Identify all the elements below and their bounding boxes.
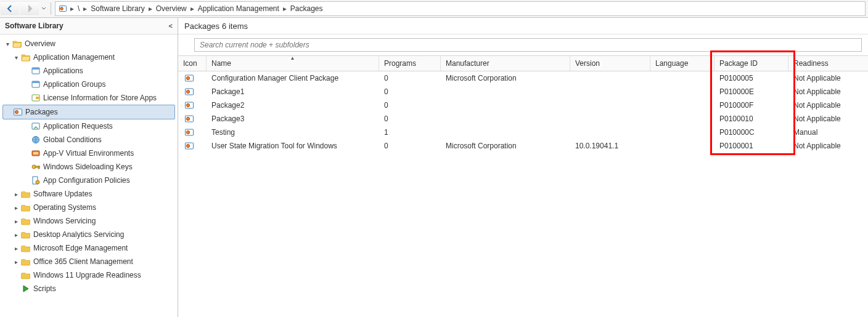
table-row[interactable]: Package20P010000FNot Applicable [178, 98, 868, 112]
tree-node[interactable]: ▾Application Management [0, 50, 178, 64]
column-header[interactable]: Manufacturer [441, 56, 570, 71]
breadcrumb-item[interactable]: \ [76, 4, 81, 13]
cell-package-id: P010000F [714, 101, 788, 110]
svg-point-20 [186, 76, 189, 79]
cell-name: Testing [207, 128, 379, 137]
tree-node[interactable]: ▸Operating Systems [0, 201, 178, 214]
chevron-right-icon: ▸ [68, 4, 76, 13]
tree-node[interactable]: ▸Windows Servicing [0, 214, 178, 228]
tree-twisty[interactable]: ▸ [12, 245, 20, 252]
tree-node[interactable]: License Information for Store Apps [0, 91, 178, 105]
cell-package-id: P010000E [714, 87, 788, 96]
tree-twisty[interactable]: ▸ [12, 204, 20, 211]
tree-node-label: App-V Virtual Environments [43, 149, 134, 158]
tree-node[interactable]: Windows Sideloading Keys [0, 160, 178, 174]
tree-node[interactable]: Applications [0, 64, 178, 78]
globe-icon [31, 135, 41, 145]
cell-readiness: Manual [788, 128, 868, 137]
breadcrumb-item[interactable]: Packages [289, 4, 324, 13]
column-header[interactable]: Programs [379, 56, 441, 71]
folder-open-icon [12, 39, 22, 49]
app-icon [31, 66, 41, 76]
content-item-count: 6 items [222, 22, 248, 31]
table-row[interactable]: Package30P0100010Not Applicable [178, 112, 868, 126]
tree-node[interactable]: ▾Overview [0, 37, 178, 50]
tree-twisty[interactable]: ▸ [12, 218, 20, 225]
tree-node[interactable]: Scripts [0, 282, 178, 295]
chevron-right-icon: ▸ [188, 4, 197, 13]
tree-node[interactable]: ▸Office 365 Client Management [0, 255, 178, 268]
nav-back-button[interactable] [1, 1, 19, 16]
tree-twisty[interactable]: ▸ [12, 259, 20, 265]
tree-node-label: License Information for Store Apps [43, 94, 157, 102]
cell-package-id: P010000C [714, 128, 788, 137]
grid-header: IconName▲ProgramsManufacturerVersionLang… [178, 55, 868, 71]
svg-point-24 [186, 103, 189, 106]
table-row[interactable]: Package10P010000ENot Applicable [178, 85, 868, 98]
tree-node-label: Global Conditions [43, 135, 102, 144]
cell-name: Package3 [207, 114, 379, 123]
nav-forward-button[interactable] [20, 1, 39, 16]
column-header[interactable]: Language [650, 56, 714, 71]
request-icon [31, 121, 41, 131]
tree-twisty[interactable]: ▸ [12, 191, 20, 198]
column-header[interactable]: Package ID [714, 56, 788, 71]
package-icon [13, 107, 23, 117]
tree-node[interactable]: Windows 11 Upgrade Readiness [0, 268, 178, 282]
tree-node[interactable]: App Configuration Policies [0, 174, 178, 187]
breadcrumb-item[interactable]: Application Management [197, 4, 280, 13]
table-row[interactable]: User State Migration Tool for Windows0Mi… [178, 139, 868, 153]
content-title-text: Packages [184, 22, 219, 31]
cell-programs: 0 [379, 74, 441, 82]
svg-point-1 [60, 7, 63, 10]
nav-history-dropdown[interactable] [39, 0, 48, 17]
tree-node[interactable]: ▸Software Updates [0, 187, 178, 201]
tree-node-label: Windows Sideloading Keys [43, 163, 133, 171]
cell-name: Package1 [207, 87, 379, 96]
tree-node-label: Office 365 Client Management [33, 257, 133, 266]
license-icon [31, 93, 41, 103]
tree-node[interactable]: Application Groups [0, 78, 178, 91]
breadcrumb[interactable]: ▸ \ ▸ Software Library ▸ Overview ▸ Appl… [55, 1, 866, 16]
column-header-label: Programs [384, 59, 416, 68]
column-header[interactable]: Version [570, 56, 650, 71]
column-header-label: Manufacturer [446, 59, 489, 68]
column-header-label: Package ID [719, 59, 758, 68]
toolbar-divider [51, 2, 51, 15]
tree-node[interactable]: Application Requests [0, 119, 178, 133]
tree-node[interactable]: ▸Microsoft Edge Management [0, 241, 178, 255]
policy-icon [31, 175, 41, 185]
tree-node[interactable]: App-V Virtual Environments [0, 146, 178, 160]
tree-node[interactable]: ▸Desktop Analytics Servicing [0, 228, 178, 241]
cell-readiness: Not Applicable [788, 142, 868, 150]
content-pane: Packages 6 items IconName▲ProgramsManufa… [178, 18, 868, 317]
sidebar-collapse-button[interactable]: < [169, 22, 173, 30]
folder-icon [21, 270, 31, 280]
appv-icon [31, 148, 41, 158]
cell-name: Configuration Manager Client Package [207, 74, 379, 82]
breadcrumb-item[interactable]: Software Library [89, 4, 145, 13]
column-header-label: Name [211, 59, 231, 68]
tree-node[interactable]: Global Conditions [0, 133, 178, 146]
svg-point-18 [36, 180, 39, 184]
tree-twisty[interactable]: ▾ [4, 41, 11, 47]
folder-icon [21, 257, 31, 267]
table-row[interactable]: Configuration Manager Client Package0Mic… [178, 71, 868, 85]
tree-node[interactable]: Packages [2, 105, 175, 119]
breadcrumb-item[interactable]: Overview [155, 4, 188, 13]
search-input[interactable] [194, 38, 862, 52]
table-row[interactable]: Testing1P010000CManual [178, 126, 868, 139]
column-header[interactable]: Readiness [788, 56, 868, 71]
nav-tree: ▾Overview▾Application ManagementApplicat… [0, 34, 178, 317]
cell-programs: 0 [379, 142, 441, 150]
cell-version: 10.0.19041.1 [570, 142, 650, 150]
tree-twisty[interactable]: ▾ [12, 54, 20, 61]
column-header[interactable]: Icon [178, 56, 207, 71]
tree-twisty[interactable]: ▸ [12, 231, 20, 238]
folder-icon [21, 189, 31, 199]
column-header[interactable]: Name▲ [207, 56, 379, 71]
row-icon [178, 100, 207, 110]
cell-readiness: Not Applicable [788, 101, 868, 110]
sort-asc-icon: ▲ [290, 55, 295, 61]
app-icon [31, 79, 41, 89]
